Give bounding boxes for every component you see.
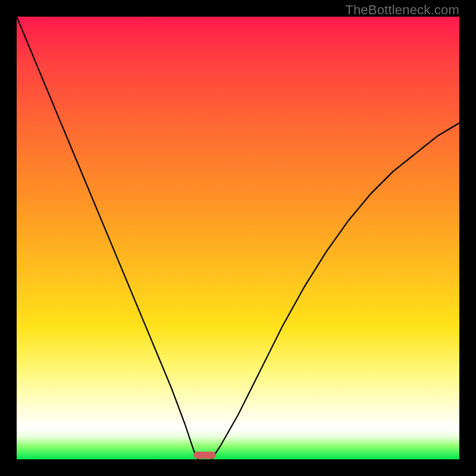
curve-layer — [17, 17, 459, 459]
curve-right-branch — [211, 123, 459, 459]
curve-left-branch — [17, 17, 198, 459]
plot-area — [17, 17, 459, 459]
minimum-marker — [194, 452, 216, 459]
chart-frame: TheBottleneck.com — [0, 0, 476, 476]
watermark-text: TheBottleneck.com — [345, 2, 459, 18]
